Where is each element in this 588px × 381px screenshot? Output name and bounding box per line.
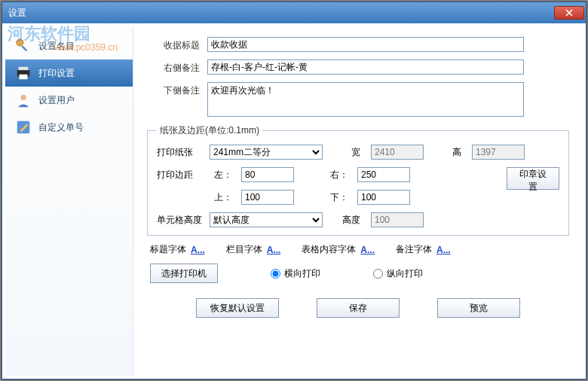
landscape-radio[interactable]: 横向打印 (271, 267, 320, 280)
sidebar-item-label: 自定义单号 (38, 121, 84, 134)
sidebar-item-label: 设置名目 (38, 40, 75, 53)
paper-label: 打印纸张 (157, 146, 205, 159)
margin-top-input[interactable] (241, 190, 294, 205)
bottom-buttons: 恢复默认设置 保存 预览 (147, 292, 569, 318)
left-label: 左： (210, 169, 237, 181)
receipt-title-input[interactable] (207, 37, 524, 52)
bottom-note-textarea[interactable]: 欢迎再次光临！ (207, 82, 524, 117)
margin-left-input[interactable] (241, 167, 294, 182)
stamp-settings-button[interactable]: 印章设置 (507, 167, 559, 190)
save-button[interactable]: 保存 (317, 298, 400, 318)
margin-right-input[interactable] (357, 167, 410, 182)
paper-legend: 纸张及边距(单位:0.1mm) (157, 124, 262, 137)
window-title: 设置 (8, 7, 554, 20)
right-label: 右： (326, 169, 353, 181)
svg-rect-1 (21, 45, 27, 51)
column-font-link[interactable]: A... (267, 245, 281, 255)
sidebar-item-user[interactable]: 设置用户 (5, 87, 133, 114)
settings-window: 设置 设置名目 打印设置 设置用户 自定义单号 (2, 2, 586, 379)
top-label: 上： (210, 191, 237, 204)
window-body: 设置名目 打印设置 设置用户 自定义单号 收据标题 右侧备注 (2, 23, 586, 379)
user-icon (14, 91, 32, 109)
right-note-label: 右侧备注 (147, 59, 200, 75)
svg-rect-4 (20, 75, 28, 79)
height-input (472, 145, 525, 160)
svg-point-5 (20, 95, 26, 100)
titlebar: 设置 (2, 2, 586, 23)
bottom-note-label: 下侧备注 (147, 82, 200, 97)
right-note-input[interactable] (207, 59, 524, 75)
sidebar-item-custom-number[interactable]: 自定义单号 (5, 114, 133, 141)
bottom-label: 下： (326, 191, 353, 204)
table-font-label: 表格内容字体 (302, 243, 356, 256)
tools-icon (14, 37, 32, 55)
receipt-title-label: 收据标题 (147, 37, 200, 52)
close-button[interactable] (554, 6, 584, 20)
font-row: 标题字体A... 栏目字体A... 表格内容字体A... 备注字体A... (150, 243, 569, 256)
close-icon (565, 9, 573, 17)
remark-font-link[interactable]: A... (436, 245, 451, 255)
margin-bottom-input[interactable] (357, 190, 410, 205)
pencil-icon (14, 118, 32, 136)
cell-hn-label: 高度 (342, 214, 366, 227)
select-printer-button[interactable]: 选择打印机 (150, 264, 218, 283)
sidebar-item-categories[interactable]: 设置名目 (5, 32, 133, 59)
column-font-label: 栏目字体 (226, 243, 262, 256)
table-font-link[interactable]: A... (360, 245, 375, 255)
paper-group: 纸张及边距(单位:0.1mm) 打印纸张 241mm二等分 宽 高 打印边距 (147, 124, 569, 236)
margin-label: 打印边距 (157, 169, 205, 181)
sidebar: 设置名目 打印设置 设置用户 自定义单号 (5, 26, 133, 376)
paper-select[interactable]: 241mm二等分 (210, 145, 323, 160)
sidebar-item-label: 打印设置 (38, 67, 75, 80)
printer-icon (14, 64, 32, 82)
height-label: 高 (446, 146, 467, 159)
title-font-label: 标题字体 (150, 243, 186, 256)
title-font-link[interactable]: A... (191, 245, 205, 255)
content-panel: 收据标题 右侧备注 下侧备注 欢迎再次光临！ 纸张及边距(单位:0.1mm) 打… (133, 26, 583, 376)
cell-height-select[interactable]: 默认高度 (210, 212, 323, 227)
width-label: 宽 (345, 146, 366, 159)
remark-font-label: 备注字体 (396, 243, 432, 256)
restore-defaults-button[interactable]: 恢复默认设置 (196, 298, 279, 318)
portrait-radio[interactable]: 纵向打印 (373, 267, 423, 280)
sidebar-item-label: 设置用户 (38, 94, 75, 107)
cell-hn-input (371, 212, 424, 227)
svg-rect-2 (19, 67, 29, 71)
landscape-radio-input[interactable] (271, 269, 280, 279)
width-input (371, 145, 424, 160)
portrait-radio-input[interactable] (373, 269, 383, 279)
svg-point-0 (17, 39, 23, 46)
cell-height-label: 单元格高度 (157, 214, 205, 227)
preview-button[interactable]: 预览 (437, 298, 520, 318)
sidebar-item-print[interactable]: 打印设置 (5, 59, 133, 87)
